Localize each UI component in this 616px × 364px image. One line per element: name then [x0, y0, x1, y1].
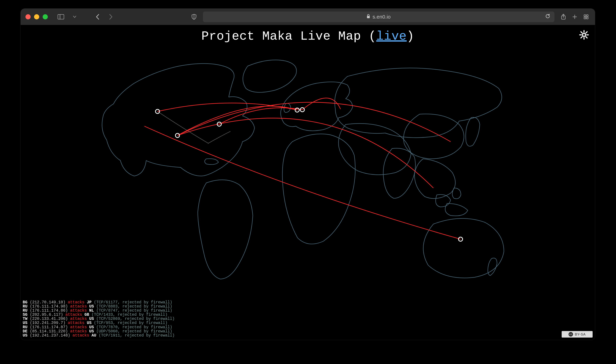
verb: attacks: [70, 325, 87, 329]
src-ip: (176.111.174.86): [28, 308, 70, 313]
halo-arc: [157, 111, 209, 143]
world-outline: [102, 60, 504, 279]
new-tab-button[interactable]: [571, 13, 579, 21]
log-row: RU (176.111.174.87) attacks US (TCP/7870…: [23, 325, 175, 329]
dst-country: US: [87, 304, 96, 309]
dst-country: GB: [82, 312, 91, 317]
cc-icon: cc: [569, 332, 573, 337]
attack-arc: [157, 103, 297, 111]
src-ip: (192.241.209.7): [28, 321, 68, 325]
src-ip: (85.114.131.220): [28, 329, 70, 334]
zoom-window-button[interactable]: [43, 14, 48, 19]
license-badge[interactable]: cc BY-SA: [562, 331, 593, 338]
src-country: SG: [23, 312, 28, 317]
dst-country: US: [87, 317, 96, 321]
src-country: RU: [23, 304, 28, 309]
src-country: TW: [23, 317, 28, 321]
src-ip: (192.241.237.148): [28, 333, 72, 338]
detail: (TCP/52869, rejected by firewall): [96, 317, 175, 321]
log-row: TW (220.133.41.206) attacks US (TCP/5286…: [23, 317, 175, 321]
verb: attacks: [68, 300, 84, 305]
log-row: US (192.241.237.148) attacks AU (TCP/191…: [23, 333, 175, 338]
verb: attacks: [70, 304, 87, 309]
svg-line-15: [586, 37, 587, 38]
lock-icon: [367, 14, 370, 20]
attack-arc: [144, 126, 461, 239]
back-button[interactable]: [94, 13, 102, 21]
verb: attacks: [70, 329, 87, 334]
log-row: SG (202.95.6.117) attacks GB (TCP/1433, …: [23, 313, 175, 317]
src-country: RU: [23, 325, 28, 329]
src-country: DE: [23, 329, 28, 334]
dst-country: US: [87, 325, 96, 329]
dst-country: NL: [87, 308, 96, 313]
svg-rect-6: [587, 15, 588, 16]
detail: (TCP/61177, rejected by firewall): [94, 300, 172, 305]
svg-rect-5: [584, 15, 586, 16]
svg-rect-0: [58, 14, 64, 19]
sidebar-toggle-button[interactable]: [56, 13, 66, 21]
verb: attacks: [68, 321, 84, 325]
src-ip: (212.70.149.10): [28, 300, 68, 305]
src-ip: (202.95.6.117): [28, 312, 66, 317]
svg-point-9: [582, 33, 586, 36]
detail: (UDP/5060, rejected by firewall): [96, 329, 172, 334]
tab-group-dropdown[interactable]: [70, 13, 79, 21]
halo-arc: [208, 131, 230, 143]
settings-button[interactable]: [579, 30, 589, 40]
detail: (TCP/8883, rejected by firewall): [96, 304, 172, 309]
svg-line-17: [581, 37, 582, 38]
minimize-window-button[interactable]: [34, 14, 39, 19]
share-button[interactable]: [559, 13, 568, 21]
privacy-shield-icon[interactable]: [190, 13, 198, 21]
page-content: Project Maka Live Map (live): [21, 25, 595, 340]
log-row: DE (85.114.131.220) attacks US (UDP/5060…: [23, 329, 175, 333]
window-controls: [26, 14, 48, 19]
src-country: US: [23, 333, 28, 338]
log-row: RU (176.111.174.98) attacks US (TCP/8883…: [23, 304, 175, 309]
tab-overview-button[interactable]: [582, 13, 590, 21]
detail: (TCP/1911, rejected by firewall): [99, 333, 175, 338]
src-ip: (220.133.41.206): [28, 317, 70, 321]
live-link[interactable]: live: [376, 29, 407, 43]
reload-button[interactable]: [545, 13, 550, 20]
browser-window: s.en0.io Project Maka Live Map (live): [21, 9, 595, 340]
dst-country: US: [87, 329, 96, 334]
detail: (TCP/1433, rejected by firewall): [91, 312, 168, 317]
svg-line-16: [586, 32, 587, 33]
page-title: Project Maka Live Map (live): [21, 29, 595, 43]
detail: (TCP/953, rejected by firewall): [94, 321, 168, 325]
svg-rect-7: [584, 17, 586, 19]
src-country: US: [23, 321, 28, 325]
browser-toolbar: s.en0.io: [21, 9, 595, 25]
verb: attacks: [72, 333, 89, 338]
detail: (TCP/7870, rejected by firewall): [96, 325, 172, 329]
src-country: BG: [23, 300, 28, 305]
attack-arc: [178, 118, 433, 188]
src-country: RU: [23, 308, 28, 313]
verb: attacks: [70, 317, 87, 321]
log-row: RU (176.111.174.86) attacks NL (TCP/8747…: [23, 309, 175, 313]
verb: attacks: [70, 308, 87, 313]
svg-rect-3: [367, 16, 370, 18]
license-text: BY-SA: [575, 332, 586, 336]
attack-log: BG (212.70.149.10) attacks JP (TCP/61177…: [23, 300, 175, 338]
svg-line-14: [581, 32, 582, 33]
log-row: BG (212.70.149.10) attacks JP (TCP/61177…: [23, 300, 175, 304]
title-suffix: ): [407, 29, 414, 43]
svg-rect-8: [587, 17, 588, 19]
dst-country: JP: [84, 300, 94, 305]
title-prefix: Project Maka Live Map (: [201, 29, 376, 43]
close-window-button[interactable]: [26, 14, 31, 19]
address-bar[interactable]: s.en0.io: [203, 12, 554, 22]
forward-button[interactable]: [107, 13, 115, 21]
map-nodes: [155, 108, 462, 241]
src-ip: (176.111.174.87): [28, 325, 70, 329]
log-row: US (192.241.209.7) attacks US (TCP/953, …: [23, 321, 175, 325]
verb: attacks: [65, 312, 82, 317]
dst-country: US: [84, 321, 94, 325]
dst-country: AU: [89, 333, 98, 338]
world-map[interactable]: [96, 52, 519, 289]
src-ip: (176.111.174.98): [28, 304, 70, 309]
url-host: s.en0.io: [373, 14, 391, 20]
